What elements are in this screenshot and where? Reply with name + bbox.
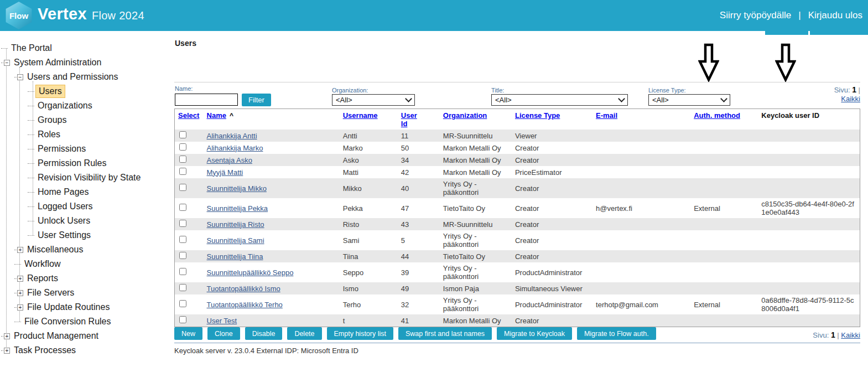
sidebar-item-organizations[interactable]: Organizations xyxy=(0,99,171,113)
user-name-link[interactable]: Suunnittelija Risto xyxy=(207,220,264,229)
title-filter-select[interactable]: <All> xyxy=(491,94,628,106)
sidebar-item-miscellaneous[interactable]: +Miscellaneous xyxy=(0,242,171,257)
expand-icon[interactable]: + xyxy=(4,348,10,354)
row-select-checkbox[interactable] xyxy=(179,156,186,163)
sidebar-item-reports[interactable]: +Reports xyxy=(0,271,171,286)
tree-connector xyxy=(14,307,17,308)
sidebar-item-users-and-permissions[interactable]: −Users and Permissions xyxy=(0,70,171,84)
row-select-checkbox[interactable] xyxy=(179,204,186,211)
sidebar-item-label: Users and Permissions xyxy=(25,71,120,83)
show-all-link[interactable]: Kaikki xyxy=(841,95,860,103)
sidebar-item-file-servers[interactable]: +File Servers xyxy=(0,286,171,300)
row-select-checkbox[interactable] xyxy=(179,316,186,323)
sidebar-item-permissions[interactable]: Permissions xyxy=(0,142,171,156)
user-license-type: Creator xyxy=(512,230,592,250)
expand-icon[interactable]: + xyxy=(17,276,23,282)
sidebar-item-the-portal[interactable]: The Portal xyxy=(0,41,171,55)
action-button-bar: NewCloneDisableDeleteEmpty history listS… xyxy=(174,327,656,340)
sidebar-item-label: File Update Routines xyxy=(25,301,111,313)
organization-filter-select[interactable]: <All> xyxy=(332,94,415,106)
row-select-checkbox[interactable] xyxy=(179,284,186,291)
user-username: Terho xyxy=(340,294,398,314)
action-button-delete[interactable]: Delete xyxy=(287,327,321,340)
user-name-link[interactable]: Myyjä Matti xyxy=(207,168,243,177)
column-header-user-id[interactable]: User Id xyxy=(401,111,421,128)
action-button-swap-first-and-last-names[interactable]: Swap first and last names xyxy=(398,327,492,340)
column-header-email[interactable]: E-mail xyxy=(596,111,617,120)
row-select-checkbox[interactable] xyxy=(179,168,186,175)
page-number: 1 xyxy=(831,330,835,339)
user-auth-method: External xyxy=(690,198,758,218)
column-header-auth-method[interactable]: Auth. method xyxy=(694,111,740,120)
sidebar-item-users[interactable]: Users xyxy=(0,84,171,99)
expand-icon[interactable]: + xyxy=(17,290,23,296)
expand-icon[interactable]: + xyxy=(17,304,23,311)
expand-icon[interactable]: + xyxy=(17,247,23,253)
sidebar-item-product-management[interactable]: +Product Management xyxy=(0,329,171,343)
action-button-clone[interactable]: Clone xyxy=(207,327,240,340)
action-button-new[interactable]: New xyxy=(174,327,202,340)
sidebar-item-file-conversion-rules[interactable]: File Conversion Rules xyxy=(0,314,171,329)
user-name-link[interactable]: Suunnittelija Sami xyxy=(207,236,264,245)
collapse-icon[interactable]: − xyxy=(17,74,23,80)
row-select-checkbox[interactable] xyxy=(179,252,186,259)
column-header-username[interactable]: Username xyxy=(343,111,378,120)
sidebar-item-unlock-users[interactable]: Unlock Users xyxy=(0,214,171,228)
action-button-disable[interactable]: Disable xyxy=(245,327,283,340)
user-name-link[interactable]: Suunnittelija Tiina xyxy=(207,252,263,261)
user-name-link[interactable]: Suunnittelupäällikkö Seppo xyxy=(207,268,294,277)
user-id: 32 xyxy=(398,294,440,314)
sidebar-item-task-processes[interactable]: +Task Processes xyxy=(0,343,171,358)
user-name-link[interactable]: Suunnittelija Pekka xyxy=(207,204,268,213)
user-name-link[interactable]: Tuotantopäällikkö Terho xyxy=(207,301,283,309)
sidebar-item-logged-users[interactable]: Logged Users xyxy=(0,199,171,214)
sidebar-item-home-pages[interactable]: Home Pages xyxy=(0,185,171,199)
collapse-icon[interactable]: − xyxy=(4,60,10,66)
row-select-checkbox[interactable] xyxy=(179,220,186,227)
column-header-license-type[interactable]: License Type xyxy=(515,111,560,120)
column-header-select[interactable]: Select xyxy=(178,111,199,120)
expand-icon[interactable]: + xyxy=(4,333,10,339)
go-to-desktop-link[interactable]: Siirry työpöydälle xyxy=(720,10,791,21)
sidebar-item-permission-rules[interactable]: Permission Rules xyxy=(0,156,171,170)
row-select-checkbox[interactable] xyxy=(179,131,186,138)
row-select-checkbox[interactable] xyxy=(179,184,186,191)
license-type-filter-select[interactable]: <All> xyxy=(648,94,730,106)
users-table: SelectName^UsernameUser IdOrganizationLi… xyxy=(174,108,860,327)
user-username: Marko xyxy=(340,142,398,154)
name-filter-input[interactable] xyxy=(175,94,238,106)
logout-link[interactable]: Kirjaudu ulos xyxy=(808,10,862,21)
sidebar-item-system-administration[interactable]: −System Administration xyxy=(0,55,171,70)
user-id: 41 xyxy=(398,314,440,327)
sidebar-item-file-update-routines[interactable]: +File Update Routines xyxy=(0,300,171,314)
show-all-link[interactable]: Kaikki xyxy=(841,331,860,339)
user-name-link[interactable]: Suunnittelija Mikko xyxy=(207,184,267,193)
sidebar-item-roles[interactable]: Roles xyxy=(0,127,171,142)
chevron-down-icon xyxy=(405,95,412,102)
column-header-name[interactable]: Name xyxy=(207,111,226,120)
user-organization: Markon Metalli Oy xyxy=(440,166,512,178)
user-keycloak-id xyxy=(758,314,860,327)
user-name-link[interactable]: User Test xyxy=(207,317,237,325)
column-header-organization[interactable]: Organization xyxy=(443,111,487,120)
action-button-empty-history-list[interactable]: Empty history list xyxy=(327,327,393,340)
user-id: 44 xyxy=(398,250,440,262)
action-button-migrate-to-keycloak[interactable]: Migrate to Keycloak xyxy=(497,327,572,340)
row-select-checkbox[interactable] xyxy=(179,300,186,307)
action-button-migrate-to-flow-auth[interactable]: Migrate to Flow auth. xyxy=(577,327,656,340)
sidebar-item-workflow[interactable]: Workflow xyxy=(0,257,171,271)
user-organization: MR-Suunnittelu xyxy=(440,218,512,230)
user-name-link[interactable]: Alihankkija Marko xyxy=(207,144,263,152)
user-name-link[interactable]: Tuotantopäällikkö Ismo xyxy=(207,285,280,293)
sidebar-item-revision-visibility-by-state[interactable]: Revision Visibility by State xyxy=(0,170,171,185)
user-name-link[interactable]: Asentaja Asko xyxy=(207,156,252,164)
row-select-checkbox[interactable] xyxy=(179,236,186,243)
pagination-separator: | xyxy=(859,86,860,94)
row-select-checkbox[interactable] xyxy=(179,268,186,275)
row-select-checkbox[interactable] xyxy=(179,143,186,151)
sidebar-item-user-settings[interactable]: User Settings xyxy=(0,228,171,242)
sidebar-item-groups[interactable]: Groups xyxy=(0,113,171,127)
user-name-link[interactable]: Alihankkija Antti xyxy=(207,132,257,140)
sidebar-item-label: Unlock Users xyxy=(36,215,92,227)
filter-button[interactable]: Filter xyxy=(242,94,271,106)
